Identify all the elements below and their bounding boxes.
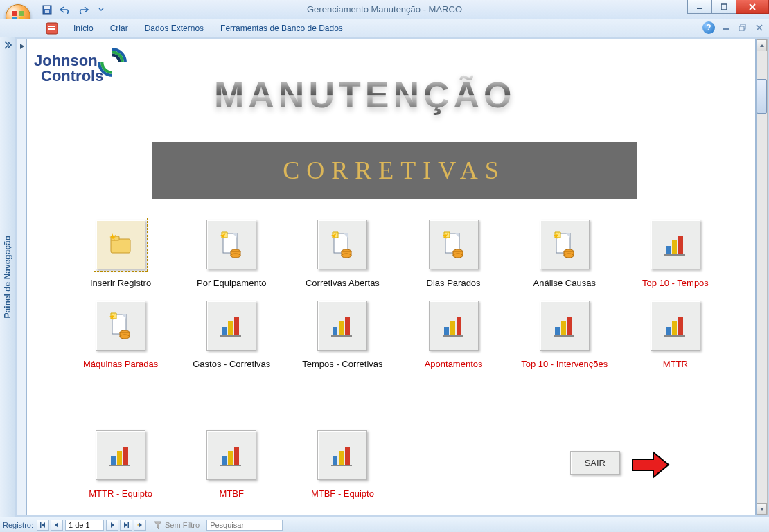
next-icon [109, 522, 115, 528]
action-label: Dias Parados [427, 278, 481, 288]
window-controls [688, 0, 769, 14]
record-next-button[interactable] [106, 520, 118, 531]
page-title: MANUTENÇÃO [214, 74, 516, 116]
grid-cell: Dias Parados [402, 220, 506, 288]
report-icon [328, 231, 356, 258]
svg-rect-17 [739, 26, 744, 31]
action-label: MTBF - Equipto [311, 488, 374, 499]
svg-rect-0 [12, 11, 17, 16]
navpane-expand-button[interactable] [2, 40, 12, 50]
action-button[interactable] [96, 220, 145, 269]
action-button[interactable] [317, 220, 367, 269]
grid-cell: Gastos - Corretivas [179, 301, 283, 369]
last-icon [123, 522, 129, 528]
menu-inicio[interactable]: Início [65, 21, 102, 36]
menu-criar[interactable]: Criar [102, 21, 136, 36]
report-icon [107, 312, 134, 339]
close-button[interactable] [736, 0, 769, 14]
action-button[interactable] [96, 430, 145, 480]
action-label: Tempos - Corretivas [302, 359, 382, 369]
exit-arrow-icon [631, 451, 670, 481]
action-button[interactable] [429, 301, 479, 351]
action-label: Por Equipamento [197, 278, 266, 288]
qat-customize-button[interactable] [94, 3, 108, 17]
window-title: Gerenciamento Manutenção - MARCO [307, 4, 462, 15]
action-button[interactable] [651, 220, 700, 269]
filter-label: Sem Filtro [165, 521, 200, 529]
action-label: Top 10 - Intervenções [521, 359, 608, 369]
svg-rect-14 [48, 28, 55, 30]
navpane-label: Painel de Navegação [3, 236, 12, 318]
record-selector-arrow-icon [20, 44, 24, 49]
undo-icon [60, 6, 71, 14]
grid-cell: Top 10 - Tempos [624, 220, 727, 288]
company-logo: Johnson Controls [34, 46, 145, 102]
svg-rect-20 [40, 522, 42, 528]
grid-cell: Top 10 - Intervenções [513, 301, 617, 369]
form-corretivas: Johnson Controls MANUTENÇÃO CORRETIVAS I… [26, 39, 756, 515]
mdi-restore-button[interactable] [737, 22, 748, 33]
close-icon [756, 24, 763, 31]
action-button[interactable] [206, 430, 256, 480]
grid-cell: Máquinas Paradas [69, 301, 173, 369]
action-button[interactable] [317, 430, 367, 480]
save-button[interactable] [40, 3, 54, 17]
chevron-up-icon [759, 44, 765, 48]
action-label: MTTR - Equipto [89, 488, 152, 499]
vertical-scrollbar[interactable] [756, 39, 768, 515]
action-label: MTTR [663, 359, 688, 369]
action-button[interactable] [206, 301, 256, 351]
prev-icon [54, 522, 60, 528]
grid-cell: Tempos - Corretivas [290, 301, 394, 369]
svg-rect-6 [45, 10, 49, 13]
record-new-button[interactable]: * [134, 520, 146, 531]
redo-button[interactable] [76, 3, 90, 17]
action-button[interactable] [540, 301, 590, 351]
record-number-input[interactable] [65, 520, 104, 531]
scroll-up-button[interactable] [757, 39, 767, 51]
grid-cell: Apontamentos [402, 301, 506, 369]
menu-dados-externos[interactable]: Dados Externos [136, 21, 212, 36]
menu-ferramentas-bd[interactable]: Ferramentas de Banco de Dados [212, 21, 351, 36]
body: Painel de Navegação Johnson Controls MAN… [0, 37, 769, 517]
scroll-down-button[interactable] [757, 503, 767, 515]
sair-button[interactable]: SAIR [570, 451, 620, 475]
mdi-close-button[interactable] [754, 22, 765, 33]
grid-cell: Corretivas Abertas [290, 220, 394, 288]
minimize-button[interactable] [687, 0, 712, 14]
search-input[interactable] [206, 520, 283, 531]
record-label: Registro: [3, 521, 33, 529]
action-label: MTBF [220, 488, 244, 499]
record-prev-button[interactable] [51, 520, 63, 531]
svg-rect-5 [44, 6, 50, 9]
grid-cell: Por Equipamento [179, 220, 283, 288]
maximize-button[interactable] [711, 0, 736, 14]
record-first-button[interactable] [37, 520, 49, 531]
svg-rect-21 [128, 522, 130, 528]
restore-icon [739, 24, 746, 31]
action-label: Análise Causas [533, 278, 596, 288]
action-button[interactable] [206, 220, 256, 269]
chart-icon [218, 441, 245, 469]
svg-rect-13 [48, 26, 55, 27]
chart-icon [218, 312, 245, 339]
report-icon [218, 231, 245, 258]
action-button[interactable] [651, 301, 700, 351]
navigation-pane[interactable]: Painel de Navegação [0, 37, 15, 517]
action-button[interactable] [429, 220, 479, 269]
mdi-minimize-button[interactable] [721, 22, 732, 33]
chart-icon [328, 312, 356, 339]
scroll-thumb[interactable] [757, 79, 767, 114]
action-button[interactable] [317, 301, 367, 351]
section-banner: CORRETIVAS [152, 142, 637, 199]
record-selector[interactable] [17, 39, 26, 515]
status-bar: Registro: * Sem Filtro [0, 517, 769, 532]
report-icon [551, 231, 578, 258]
record-last-button[interactable] [120, 520, 132, 531]
undo-button[interactable] [58, 3, 72, 17]
action-button[interactable] [96, 301, 145, 351]
action-label: Gastos - Corretivas [193, 359, 270, 369]
help-button[interactable]: ? [702, 21, 715, 34]
action-button[interactable] [540, 220, 590, 269]
filter-indicator[interactable]: Sem Filtro [154, 521, 200, 529]
